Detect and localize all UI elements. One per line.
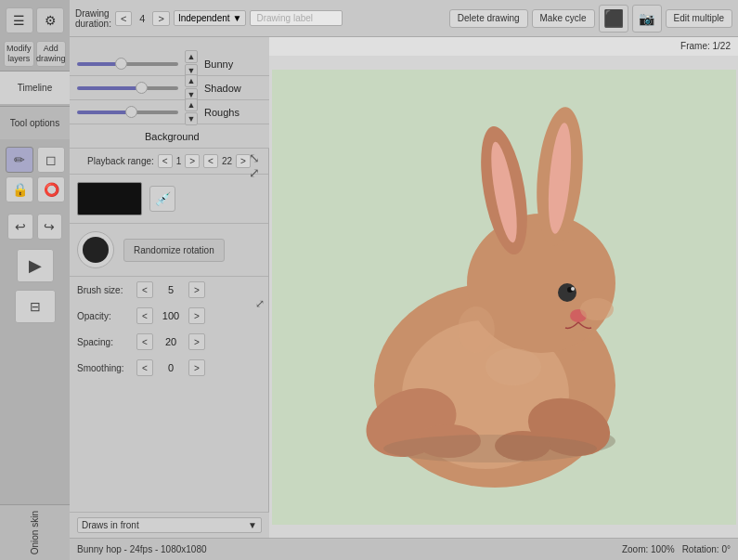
fill-tool-button[interactable]: 🔒 (6, 176, 33, 202)
sidebar-item-timeline[interactable]: Timeline (0, 71, 70, 104)
duration-next-button[interactable]: > (152, 11, 169, 26)
slider-icon[interactable]: ⊟ (15, 290, 56, 323)
draw-mode-arrow: ▼ (248, 520, 257, 530)
expand-down-icon[interactable]: ⤢ (249, 165, 260, 180)
playback-start-value: 1 (176, 156, 182, 166)
bunny-opacity-slider[interactable] (77, 62, 178, 66)
draw-mode-dropdown[interactable]: Draws in front ▼ (77, 517, 262, 533)
add-drawing-button[interactable]: Add drawing (36, 41, 67, 67)
bunny-move-up-button[interactable]: ▲ (185, 50, 198, 63)
playback-end-prev-button[interactable]: < (203, 154, 218, 168)
smoothing-row: Smoothing: < 0 > (70, 355, 268, 381)
svg-point-17 (580, 298, 614, 320)
mode-dropdown[interactable]: Independent ▼ (174, 10, 247, 26)
brush-preview (77, 231, 114, 268)
sidebar-item-tool-options[interactable]: Tool options (0, 106, 70, 139)
randomize-label: Randomize rotation (134, 245, 214, 255)
shadow-layer-controls: ▲ ▼ Shadow (70, 74, 269, 101)
redo-button[interactable]: ↪ (37, 214, 63, 240)
roughs-layer-controls: ▲ ▼ Roughs (70, 98, 269, 125)
project-info: Bunny hop - 24fps - 1080x1080 (77, 544, 207, 554)
svg-point-20 (383, 435, 597, 462)
sidebar-item-onion-skin[interactable]: Onion skin (0, 504, 70, 560)
top-bar: Drawingduration: < 4 > Independent ▼ Dra… (70, 0, 738, 37)
draw-mode-label: Draws in front (82, 520, 139, 530)
smoothing-prev-button[interactable]: < (136, 359, 153, 376)
eraser-tool-button[interactable]: ◻ (37, 147, 65, 173)
svg-point-19 (458, 306, 495, 353)
spacing-next-button[interactable]: > (188, 333, 205, 350)
roughs-move-down-button[interactable]: ▼ (185, 112, 198, 125)
svg-point-18 (486, 348, 541, 385)
brush-size-next-button[interactable]: > (188, 281, 205, 298)
toolbar-top-row: ☰ ⚙ (0, 4, 70, 33)
timeline-expand-buttons[interactable]: ⤡ ⤢ (249, 150, 260, 180)
opacity-value: 100 (157, 310, 185, 321)
undo-button[interactable]: ↩ (7, 214, 33, 240)
svg-point-13 (558, 283, 576, 302)
smoothing-label: Smoothing: (77, 363, 133, 373)
drawing-label-input[interactable]: Drawing label (250, 10, 343, 26)
draw-mode-section: Draws in front ▼ (70, 512, 269, 538)
tool-icons-grid: ✏ ◻ 🔒 ⭕ (0, 141, 70, 208)
shadow-move-up-button[interactable]: ▲ (185, 74, 198, 87)
canvas-area: Frame: 1/22 (269, 37, 738, 538)
playback-start-prev-button[interactable]: < (158, 154, 173, 168)
brush-size-row: Brush size: < 5 > (70, 277, 268, 303)
brush-size-label: Brush size: (77, 285, 133, 295)
delete-drawing-button[interactable]: Delete drawing (449, 9, 528, 28)
smoothing-next-button[interactable]: > (188, 359, 205, 376)
make-cycle-button[interactable]: Make cycle (532, 9, 595, 28)
spacing-row: Spacing: < 20 > (70, 329, 268, 355)
opacity-prev-button[interactable]: < (136, 307, 153, 324)
svg-point-15 (571, 287, 575, 291)
playback-start-next-button[interactable]: > (185, 154, 200, 168)
opacity-next-button[interactable]: > (188, 307, 205, 324)
hamburger-menu-button[interactable]: ☰ (6, 7, 33, 33)
background-layer-name: Background (141, 131, 206, 142)
smoothing-value: 0 (157, 362, 185, 373)
modify-layers-button[interactable]: Modify layers (4, 41, 34, 67)
mode-dropdown-arrow: ▼ (233, 13, 242, 23)
canvas-viewport[interactable] (269, 56, 738, 538)
roughs-layer-name: Roughs (201, 107, 265, 118)
shadow-opacity-slider[interactable] (77, 86, 178, 90)
brush-dot (83, 237, 109, 263)
opacity-row: Opacity: < 100 > (70, 303, 268, 329)
camera-button[interactable]: 📷 (632, 5, 662, 33)
frame-label: Frame: 1/22 (680, 41, 731, 51)
mode-label: Independent (178, 13, 230, 23)
settings-button[interactable]: ⚙ (36, 7, 64, 33)
play-button[interactable]: ▶ (17, 249, 54, 282)
roughs-move-up-button[interactable]: ▲ (185, 98, 198, 111)
roughs-opacity-slider[interactable] (77, 111, 178, 114)
onion-skin-label: Onion skin (30, 511, 40, 554)
status-bar: Bunny hop - 24fps - 1080x1080 Zoom: 100%… (70, 538, 738, 560)
brush-section: Randomize rotation (70, 224, 268, 277)
expand-button[interactable]: ⤢ (255, 297, 265, 310)
playback-end-value: 22 (222, 156, 232, 166)
drawing-duration-label: Drawingduration: (75, 8, 111, 29)
zoom-level: Zoom: 100% (622, 544, 675, 554)
color-swatch[interactable] (77, 182, 142, 215)
brush-tool-button[interactable]: ✏ (6, 147, 33, 173)
left-panel: Playback range: < 1 > < 22 > ⤢ 💉 Randomi… (70, 149, 269, 538)
spacing-prev-button[interactable]: < (136, 333, 153, 350)
spacing-label: Spacing: (77, 337, 133, 347)
randomize-rotation-button[interactable]: Randomize rotation (123, 239, 225, 262)
spacing-value: 20 (157, 336, 185, 347)
opacity-label: Opacity: (77, 311, 133, 321)
edit-multiple-button[interactable]: Edit multiple (666, 9, 732, 28)
shadow-layer-name: Shadow (201, 83, 265, 94)
duration-prev-button[interactable]: < (115, 11, 132, 26)
left-toolbar: ☰ ⚙ Modify layers Add drawing Timeline T… (0, 0, 70, 560)
expand-up-icon[interactable]: ⤡ (249, 150, 260, 165)
background-layer-controls: Background (70, 131, 269, 142)
lasso-tool-button[interactable]: ⭕ (37, 176, 65, 202)
rotation-value: Rotation: 0° (682, 544, 731, 554)
color-section: 💉 (70, 175, 268, 224)
eyedropper-button[interactable]: 💉 (149, 186, 175, 212)
brush-size-prev-button[interactable]: < (136, 281, 153, 298)
playback-range-section: Playback range: < 1 > < 22 > ⤢ (70, 149, 268, 175)
unknown-icon-button[interactable]: ⬛ (599, 5, 628, 33)
